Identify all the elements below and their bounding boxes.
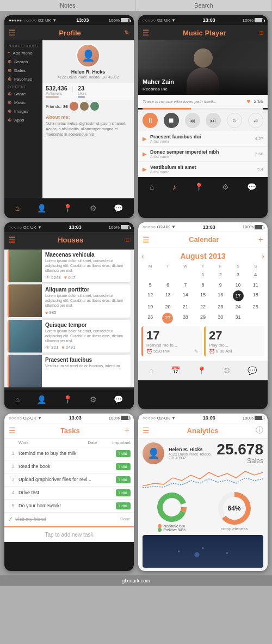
task-did-btn-2[interactable]: I did [116,463,131,470]
cal-cell[interactable]: 18 [247,290,264,302]
cal-cell[interactable]: 11 [247,280,264,290]
sidebar-item-favorites[interactable]: ⊕ Favorites [4,75,42,83]
stop-button[interactable]: ⏹ [164,113,179,128]
cal-cell[interactable]: 14 [177,290,194,302]
cal-cell[interactable]: 1 [194,270,212,280]
house-item-2[interactable]: Aliquam porttitor Lorem ipsum dolor sit … [8,284,131,317]
nav-pin-icon-4[interactable]: 📍 [197,366,206,375]
nav-pin-icon[interactable]: 📍 [63,204,72,212]
task-row-2[interactable]: 2 Read the book I did [4,460,134,473]
task-did-btn-5[interactable]: I did [116,502,131,509]
track-item-2[interactable]: ▶ Donec semper imperdiet nibh Artist nam… [138,147,268,162]
nav-gear-icon[interactable]: ⚙ [90,204,97,212]
nav-home-icon-3[interactable]: ⌂ [15,395,20,404]
heart-icon[interactable]: ♥ [246,98,250,105]
hamburger-icon-2[interactable]: ☰ [143,28,150,37]
cal-cell[interactable]: 8 [194,280,212,290]
nav-gear-icon-3[interactable]: ⚙ [90,395,97,404]
reminder-2[interactable]: 27 Play the... ⏰ 8:30 AM [204,326,264,356]
edit-icon[interactable]: ✎ [124,29,129,37]
nav-chat-icon-4[interactable]: 💬 [248,366,257,375]
hamburger-icon-4[interactable]: ☰ [143,235,150,244]
cal-cell[interactable] [177,270,194,280]
nav-chat-icon-2[interactable]: 💬 [247,183,256,191]
next-month-button[interactable]: › [262,252,264,260]
cal-cell[interactable]: 6 [159,280,176,290]
cal-cell[interactable]: 28 [177,312,194,324]
cal-cell[interactable]: 20 [159,302,176,312]
task-did-btn-4[interactable]: I did [116,489,131,496]
cal-cell[interactable]: 24 [229,302,246,312]
prev-month-button[interactable]: ‹ [141,252,144,260]
nav-gear-icon-2[interactable]: ⚙ [222,183,229,191]
nav-home-icon-4[interactable]: ⌂ [149,366,153,375]
prev-button[interactable]: ⏮ [185,113,200,128]
cal-cell-highlight[interactable]: 27 [162,313,173,324]
nav-home-icon[interactable]: ⌂ [15,204,20,212]
nav-user-icon-3[interactable]: 👤 [37,395,46,404]
cal-cell[interactable]: 10 [229,280,246,290]
nav-home-icon-2[interactable]: ⌂ [150,183,154,191]
hamburger-icon[interactable]: ☰ [9,28,16,37]
cal-cell[interactable]: 30 [212,312,229,324]
list-icon-3[interactable]: ≡ [125,236,129,244]
task-did-btn-1[interactable]: I did [116,450,131,457]
hamburger-icon-3[interactable]: ☰ [9,235,16,244]
task-row-3[interactable]: 3 Upload graphicriver files for revi... … [4,473,134,487]
next-button[interactable]: ⏭ [206,113,221,128]
task-row-4[interactable]: 4 Drive test I did [4,487,134,500]
cal-cell[interactable]: 15 [194,290,212,302]
reminder-1[interactable]: 17 Remind me to... ⏰ 5:30 PM ✎ [141,326,202,356]
house-item-3[interactable]: Quisque tempor Lorem ipsum dolor sit ame… [8,320,131,353]
cal-cell[interactable]: 5 [141,280,159,290]
sidebar-item-dates[interactable]: ⊕ Dates [4,66,42,75]
cal-cell[interactable]: 23 [212,302,229,312]
add-task-bar[interactable]: Tap to add new task [4,526,134,542]
task-row-1[interactable]: 1 Remind me to buy the milk I did [4,447,134,460]
cal-cell[interactable] [247,312,264,324]
cal-cell-today[interactable]: 17 [233,290,244,301]
plus-icon[interactable]: + [258,235,263,245]
sidebar-item-share[interactable]: ⊕ Share [4,89,42,98]
info-icon[interactable]: ⓘ [256,426,263,435]
house-item-4[interactable]: Praesent faucibus Vestibulum sit amet do… [8,355,131,387]
cal-cell[interactable] [159,270,176,280]
list-icon[interactable]: ≡ [259,29,263,37]
plus-icon-5[interactable]: + [125,426,129,435]
cal-cell[interactable]: 25 [247,302,264,312]
nav-music-icon[interactable]: ♪ [172,183,176,191]
nav-gear-icon-4[interactable]: ⚙ [224,366,231,375]
sidebar-item-add-friend[interactable]: + Add friend [4,48,42,57]
sidebar-item-music[interactable]: ⊕ Music [4,98,42,107]
cal-cell[interactable]: 21 [177,302,194,312]
task-row-6[interactable]: ✓ Visit my friend Done [4,513,134,526]
task-row-5[interactable]: 5 Do your homework! I did [4,500,134,513]
cal-cell[interactable]: 2 [212,270,229,280]
cal-cell[interactable]: 31 [229,312,246,324]
cal-cell[interactable]: 19 [141,302,159,312]
nav-chat-icon-3[interactable]: 💬 [114,395,123,404]
track-item-1[interactable]: ▶ Praesent faucibus dui Artist name 4:27 [138,131,268,147]
cal-cell[interactable]: 4 [247,270,264,280]
sidebar-item-search[interactable]: ⊕ Search [4,57,42,66]
nav-cal-icon[interactable]: 📅 [171,366,180,375]
cal-cell[interactable] [141,270,159,280]
shuffle-icon[interactable]: ⇌ [248,113,263,128]
cal-cell[interactable]: 22 [194,302,212,312]
repeat-icon[interactable]: ↻ [227,113,242,128]
pause-button[interactable]: ⏸ [143,113,158,128]
cal-cell[interactable]: 7 [177,280,194,290]
house-item-1[interactable]: Maecenas vehicula Lorem ipsum dolor sit … [8,250,131,282]
cal-cell[interactable]: 29 [194,312,212,324]
cal-cell[interactable]: 26 [141,312,159,324]
nav-pin-icon-2[interactable]: 📍 [194,183,203,191]
sidebar-item-apps[interactable]: ⊕ Apps [4,116,42,124]
nav-chat-icon[interactable]: 💬 [114,204,123,212]
cal-cell[interactable]: 13 [159,290,176,302]
track-item-3[interactable]: ▶ Vestibulum sit amet Artist name 5.4 [138,162,268,177]
cal-cell[interactable]: 3 [229,270,246,280]
hamburger-icon-5[interactable]: ☰ [9,426,16,435]
cal-cell[interactable]: 9 [212,280,229,290]
cal-cell[interactable]: 12 [141,290,159,302]
hamburger-icon-6[interactable]: ☰ [143,426,150,435]
